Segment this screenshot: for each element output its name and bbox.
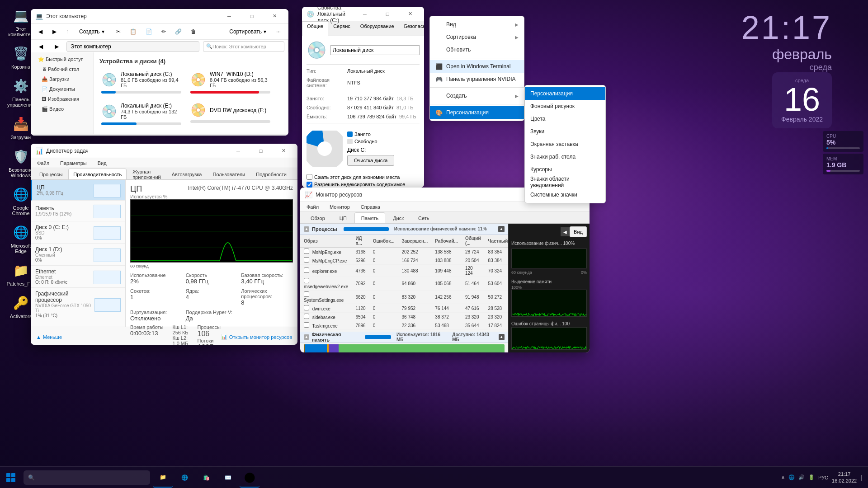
sidebar-desktop[interactable]: 🖥 Рабочий стол <box>31 64 94 74</box>
drive-item-2[interactable]: 💿 Локальный диск (E:) 74,3 ГБ свободно и… <box>99 101 183 127</box>
tm-perf-цп[interactable]: ЦП 2%, 0,98 ГГц <box>31 180 125 201</box>
processes-expand[interactable]: ▲ <box>304 226 309 232</box>
explorer-titlebar[interactable]: 💻 Этот компьютер ─ □ ✕ <box>31 9 288 23</box>
more-btn[interactable]: ··· <box>272 25 285 38</box>
taskbar-app-explorer[interactable]: 📁 <box>153 468 173 488</box>
rm-menu-справка[interactable]: Справка <box>358 203 383 211</box>
sidebar-downloads[interactable]: 📥 Загрузки <box>31 74 94 84</box>
cm-item-персонализация[interactable]: 🎨 Персонализация <box>430 106 524 119</box>
cm-item-вид[interactable]: Вид ▶ <box>430 18 524 31</box>
tm-perf-память[interactable]: Память 1,9/15,9 ГБ (12%) <box>31 201 125 221</box>
tm-perf-диск-1-(d:)[interactable]: Диск 1 (D:) Сменный 0% <box>31 244 125 266</box>
dp-maximize[interactable]: □ <box>377 7 398 21</box>
sort-btn[interactable]: Сортировать ▾ <box>225 25 270 38</box>
tm-perf-ethernet[interactable]: Ethernet Ethernet О: 0 П: 0 кбит/с <box>31 266 125 288</box>
sidebar-documents[interactable]: 📄 Документы <box>31 84 94 94</box>
explorer-forward-btn[interactable]: ▶ <box>48 25 61 38</box>
tm-menu-файл[interactable]: Файл <box>34 160 52 167</box>
nav-back[interactable]: ◀ <box>35 40 47 53</box>
clean-disk-btn[interactable]: Очистка диска <box>347 155 394 166</box>
table-row[interactable]: SystemSettings.exe 6620 0 83 320 142 256… <box>300 291 508 304</box>
cut-btn[interactable]: ✂ <box>112 25 125 38</box>
explorer-maximize[interactable]: □ <box>241 9 262 23</box>
table-row[interactable]: Taskmgr.exe 7896 0 22 336 53 468 35 644 … <box>300 321 508 330</box>
taskbar-app-edge[interactable]: 🌐 <box>175 468 194 488</box>
tm-perf-графический-процессор[interactable]: Графический процессор NVIDIA GeForce GTX… <box>31 288 125 321</box>
dp-tab-оборудование[interactable]: Оборудование <box>355 21 399 36</box>
rm-menu-монитор[interactable]: Монитор <box>327 203 353 211</box>
list-view-btn[interactable]: ☰ <box>264 135 274 136</box>
proc-checkbox[interactable] <box>304 305 309 310</box>
tm-menu-параметры[interactable]: Параметры <box>57 160 90 167</box>
diskprop-titlebar[interactable]: 💿 Свойства: Локальный диск (C:) ─ □ ✕ <box>302 7 424 21</box>
phys-mem-collapse[interactable]: ▲ <box>499 334 505 340</box>
collapse-btn[interactable]: ▲ <box>498 226 505 232</box>
rm-tab-обзор[interactable]: Обзор <box>304 212 332 223</box>
explorer-close[interactable]: ✕ <box>264 9 285 23</box>
sub-cm-цвета[interactable]: Цвета <box>525 113 605 125</box>
drive-item-1[interactable]: 📀 WIN7_WIN10 (D:) 8,04 ГБ свободно из 56… <box>189 69 272 95</box>
phys-mem-header[interactable]: ▲ Физическая память Используется: 1816 М… <box>300 332 508 343</box>
sub-cm-курсоры[interactable]: Курсоры <box>525 163 605 176</box>
tm-tab-подробности[interactable]: Подробности <box>251 169 292 179</box>
rm-tab-сеть[interactable]: Сеть <box>411 212 436 223</box>
proc-checkbox[interactable] <box>304 322 309 328</box>
compress-checkbox[interactable] <box>307 174 312 180</box>
tray-battery[interactable]: 🔋 <box>808 474 815 480</box>
tm-menu-вид[interactable]: Вид <box>95 160 109 167</box>
rm-tab-память[interactable]: Память <box>354 212 385 223</box>
share-btn[interactable]: 🔗 <box>171 25 186 38</box>
table-row[interactable]: dwm.exe 1120 0 79 952 76 144 47 616 28 5… <box>300 304 508 313</box>
rm-tab-диск[interactable]: Диск <box>386 212 410 223</box>
taskbar-app-store[interactable]: 🛍️ <box>196 468 216 488</box>
taskbar-clock[interactable]: 21:17 16.02.2022 <box>832 471 857 484</box>
sub-cm-звуки[interactable]: Звуки <box>525 125 605 138</box>
sub-cm-фоновый-рисунок[interactable]: Фоновый рисунок <box>525 100 605 113</box>
tm-tab-журнал-приложений[interactable]: Журнал приложений <box>127 169 166 179</box>
tm-tab-процессы[interactable]: Процессы <box>34 169 67 179</box>
rm-prev-btn[interactable]: ◀ <box>561 227 570 236</box>
proc-checkbox[interactable] <box>304 314 309 319</box>
proc-checkbox[interactable] <box>304 278 309 283</box>
sub-cm-значки-области-уведомлений[interactable]: Значки области уведомлений <box>525 176 605 188</box>
rm-view-btn[interactable]: Вид <box>570 226 587 237</box>
sub-cm-персонализация[interactable]: Персонализация <box>525 87 605 100</box>
table-row[interactable]: MsMpEngCP.exe 5296 0 166 724 103 888 20 … <box>300 256 508 265</box>
proc-checkbox[interactable] <box>304 267 309 273</box>
copy-btn[interactable]: 📋 <box>126 25 141 38</box>
rename-btn[interactable]: ✏ <box>157 25 170 38</box>
sidebar-video[interactable]: 🎬 Видео <box>31 104 94 114</box>
sub-cm-значки-раб.-стола[interactable]: Значки раб. стола <box>525 150 605 163</box>
cm-item-создать[interactable]: Создать ▶ <box>430 89 524 102</box>
dp-tab-безопасность[interactable]: Безопасность <box>399 21 424 36</box>
dp-tab-сервис[interactable]: Сервис <box>328 21 355 36</box>
drive-item-0[interactable]: 💿 Локальный диск (C:) 81,0 ГБ свободно и… <box>99 69 183 95</box>
tm-minimize[interactable]: ─ <box>228 144 249 158</box>
grid-view-btn[interactable]: ⊞ <box>276 135 285 136</box>
tray-chevron[interactable]: ∧ <box>781 474 785 480</box>
processes-section-header[interactable]: ▲ Процессы Использование физической памя… <box>300 224 508 235</box>
tm-tab-производительность[interactable]: Производительность <box>68 169 127 179</box>
taskmanager-titlebar[interactable]: 📊 Диспетчер задач ─ □ ✕ <box>31 144 297 158</box>
taskbar-app-chrome[interactable]: ⬤ <box>240 468 259 488</box>
explorer-minimize[interactable]: ─ <box>219 9 240 23</box>
delete-btn[interactable]: 🗑 <box>187 25 200 38</box>
nav-forward[interactable]: ▶ <box>51 40 63 53</box>
sub-cm-экранная-заставка[interactable]: Экранная заставка <box>525 138 605 150</box>
cm-item-open-in-windows-terminal[interactable]: ⬛ Open in Windows Terminal <box>430 60 524 73</box>
explorer-create-btn[interactable]: Создать ▾ <box>75 25 108 38</box>
table-row[interactable]: explorer.exe 4736 0 130 488 109 448 120 … <box>300 265 508 277</box>
tm-tab-службы[interactable]: Службы <box>292 169 297 179</box>
drive-item-3[interactable]: 📀 DVD RW дисковод (F:) <box>189 101 272 127</box>
paste-btn[interactable]: 📄 <box>142 25 156 38</box>
dp-drive-name-input[interactable] <box>330 45 420 55</box>
sidebar-images[interactable]: 🖼 Изображения <box>31 94 94 104</box>
less-btn[interactable]: ▲ Меньше <box>36 334 62 340</box>
explorer-back-btn[interactable]: ◀ <box>34 25 47 38</box>
phys-mem-expand[interactable]: ▲ <box>304 334 309 340</box>
tray-network[interactable]: 🌐 <box>788 474 795 480</box>
proc-checkbox[interactable] <box>304 291 309 297</box>
tm-close[interactable]: ✕ <box>273 144 294 158</box>
explorer-up-btn[interactable]: ↑ <box>62 25 73 38</box>
open-resmon-btn[interactable]: 📊 Открыть монитор ресурсов <box>221 334 292 340</box>
